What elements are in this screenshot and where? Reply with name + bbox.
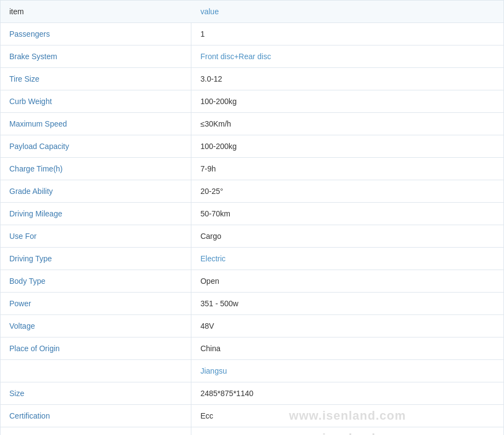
row-item: Charge Time(h): [1, 158, 191, 180]
row-item: Voltage: [1, 315, 191, 337]
table-row: Charge Time(h)7-9h: [1, 158, 503, 180]
row-item: Size: [1, 382, 191, 404]
row-item: Power: [1, 293, 191, 314]
header-item: item: [1, 1, 191, 22]
row-value: Cargo: [191, 225, 503, 247]
table-row: Driving Mileage50-70km: [1, 203, 503, 225]
table-row: Passengers1: [1, 23, 503, 45]
row-value: ≤30Km/h: [191, 113, 503, 135]
table-row: CertificationEccwww.isenland.com: [1, 405, 503, 427]
row-item: Maximum Speed: [1, 113, 191, 135]
row-item: Place of Origin: [1, 337, 191, 359]
row-item: [1, 360, 191, 382]
table-row: Place of OriginChina: [1, 337, 503, 360]
row-item: Driving Type: [1, 248, 191, 270]
row-value: 7-9h: [191, 158, 503, 180]
row-value: Front disc+Rear disc: [191, 45, 503, 67]
row-value: Cargo Electric Tricyclewww.isenland.com: [191, 427, 503, 435]
row-item: Grade Ability: [1, 180, 191, 202]
row-value: Open: [191, 270, 503, 292]
specs-table: item value Passengers1Brake SystemFront …: [0, 0, 504, 435]
row-item: Curb Weight: [1, 90, 191, 112]
row-item: Tire Size: [1, 68, 191, 90]
table-row: Driving TypeElectric: [1, 248, 503, 270]
row-item: Product name: [1, 427, 191, 435]
row-value: 20-25°: [191, 180, 503, 202]
row-item: Body Type: [1, 270, 191, 292]
table-body: Passengers1Brake SystemFront disc+Rear d…: [1, 23, 503, 435]
row-item: Certification: [1, 405, 191, 427]
table-row: Curb Weight100-200kg: [1, 90, 503, 113]
row-value: 48V: [191, 315, 503, 337]
row-item: Passengers: [1, 23, 191, 45]
row-value: Electric: [191, 248, 503, 270]
row-value: Eccwww.isenland.com: [191, 405, 503, 427]
row-value: 50-70km: [191, 203, 503, 225]
table-row: Voltage48V: [1, 315, 503, 337]
table-row: Payload Capacity100-200kg: [1, 135, 503, 158]
row-value: 2485*875*1140: [191, 382, 503, 404]
row-value: 100-200kg: [191, 135, 503, 157]
table-row: Grade Ability20-25°: [1, 180, 503, 203]
row-value: 351 - 500w: [191, 293, 503, 314]
row-item: Brake System: [1, 45, 191, 67]
table-row: Product nameCargo Electric Tricyclewww.i…: [1, 427, 503, 435]
row-value: Jiangsu: [191, 360, 503, 382]
row-item: Driving Mileage: [1, 203, 191, 225]
row-value: 100-200kg: [191, 90, 503, 112]
header-value: value: [191, 1, 503, 22]
watermark: www.isenland.com: [289, 431, 406, 435]
row-item: Use For: [1, 225, 191, 247]
row-value: China: [191, 337, 503, 359]
table-row: Jiangsu: [1, 360, 503, 382]
table-header: item value: [1, 1, 503, 23]
row-value: 3.0-12: [191, 68, 503, 90]
table-row: Size2485*875*1140: [1, 382, 503, 405]
watermark: www.isenland.com: [289, 409, 406, 423]
table-row: Brake SystemFront disc+Rear disc: [1, 45, 503, 68]
table-row: Use ForCargo: [1, 225, 503, 248]
row-value: 1: [191, 23, 503, 45]
table-row: Maximum Speed≤30Km/h: [1, 113, 503, 135]
table-row: Body TypeOpen: [1, 270, 503, 293]
row-item: Payload Capacity: [1, 135, 191, 157]
table-row: Tire Size3.0-12: [1, 68, 503, 90]
table-row: Power351 - 500w: [1, 293, 503, 315]
